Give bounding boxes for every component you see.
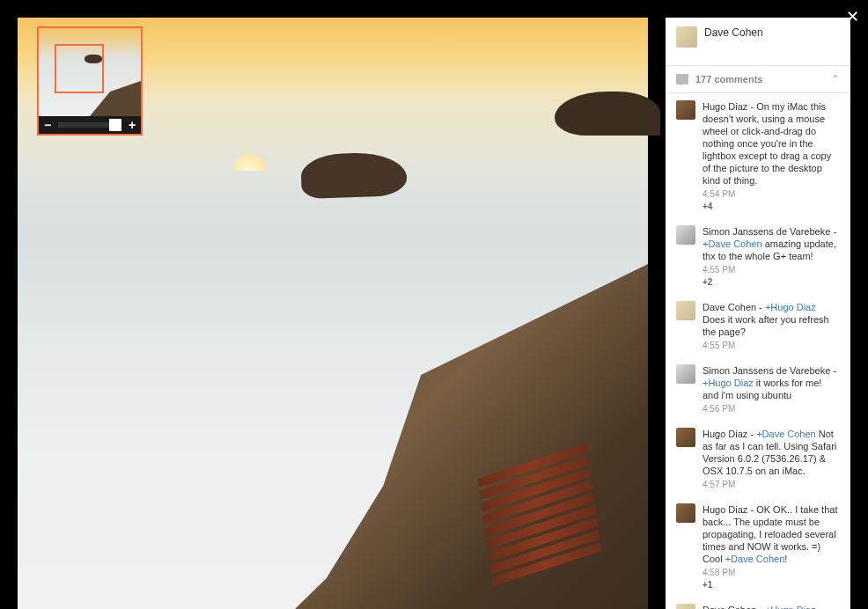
commenter-avatar[interactable] <box>676 503 695 523</box>
comment-text: Hugo Diaz - +Dave Cohen Not as far as I … <box>702 428 840 477</box>
comment-text: Hugo Diaz - OK OK.. I take that back... … <box>702 503 840 565</box>
commenter-name[interactable]: Hugo Diaz - <box>702 101 756 112</box>
collapse-comments-icon[interactable]: ⌃ <box>831 73 840 85</box>
comment-item: Hugo Diaz - OK OK.. I take that back... … <box>666 496 850 597</box>
navigator-viewport-frame[interactable] <box>55 44 104 93</box>
comment-item: Dave Cohen - +Hugo Diaz Does it work aft… <box>666 294 850 357</box>
photo-viewport[interactable]: − + <box>0 0 666 609</box>
commenter-avatar[interactable] <box>676 364 695 384</box>
mention-link[interactable]: +Hugo Diaz <box>765 605 816 609</box>
commenter-avatar[interactable] <box>676 301 695 320</box>
author-name[interactable]: Dave Cohen <box>704 26 763 39</box>
commenter-name[interactable]: Dave Cohen - <box>702 302 765 312</box>
close-button[interactable]: ✕ <box>846 7 859 26</box>
comment-timestamp: 4:58 PM <box>702 567 840 579</box>
mention-link[interactable]: +Dave Cohen <box>702 238 762 249</box>
comments-count-label: 177 comments <box>695 74 762 84</box>
commenter-avatar[interactable] <box>676 428 695 447</box>
comment-text: Simon Janssens de Varebeke - +Dave Cohen… <box>702 225 840 262</box>
commenter-name[interactable]: Hugo Diaz - <box>702 504 756 515</box>
zoom-in-button[interactable]: + <box>127 118 137 132</box>
commenter-avatar[interactable] <box>676 604 695 609</box>
comment-item: Simon Janssens de Varebeke - +Hugo Diaz … <box>666 357 850 421</box>
comment-text: Hugo Diaz - On my iMac this doesn't work… <box>702 100 840 187</box>
comment-timestamp: 4:57 PM <box>702 479 840 491</box>
navigator-thumbnail[interactable] <box>39 28 141 116</box>
comment-item: Simon Janssens de Varebeke - +Dave Cohen… <box>666 218 850 294</box>
comment-timestamp: 4:55 PM <box>702 340 840 352</box>
comment-timestamp: 4:56 PM <box>702 403 840 415</box>
mention-link[interactable]: +Dave Cohen <box>756 429 816 439</box>
comment-plus-count[interactable]: +1 <box>702 579 840 591</box>
zoom-slider[interactable] <box>58 122 121 128</box>
comment-item: Dave Cohen - +Hugo Diaz Great! <box>666 597 850 609</box>
zoom-navigator[interactable]: − + <box>37 26 143 136</box>
comments-sidebar: Dave Cohen 177 comments ⌃ Hugo Diaz - On… <box>666 18 850 609</box>
commenter-name[interactable]: Dave Cohen - <box>702 605 765 609</box>
commenter-name[interactable]: Simon Janssens de Varebeke - <box>702 365 836 376</box>
comment-plus-count[interactable]: +4 <box>702 201 840 213</box>
zoom-slider-handle[interactable] <box>109 119 121 131</box>
comment-item: Hugo Diaz - On my iMac this doesn't work… <box>666 93 850 218</box>
mention-link[interactable]: +Hugo Diaz <box>702 378 754 388</box>
commenter-avatar[interactable] <box>676 225 695 245</box>
comment-timestamp: 4:54 PM <box>702 188 840 201</box>
comment-text: Simon Janssens de Varebeke - +Hugo Diaz … <box>702 364 840 401</box>
comment-timestamp: 4:55 PM <box>702 264 840 276</box>
commenter-avatar[interactable] <box>676 100 695 120</box>
comment-item: Hugo Diaz - +Dave Cohen Not as far as I … <box>666 421 850 496</box>
comment-text: Dave Cohen - +Hugo Diaz Does it work aft… <box>702 301 840 338</box>
comment-text: Dave Cohen - +Hugo Diaz Great! <box>702 604 840 609</box>
comments-icon <box>676 74 688 84</box>
comment-plus-count[interactable]: +2 <box>702 276 840 289</box>
zoom-out-button[interactable]: − <box>42 118 53 132</box>
commenter-name[interactable]: Hugo Diaz - <box>702 429 756 439</box>
author-avatar[interactable] <box>676 26 697 48</box>
commenter-name[interactable]: Simon Janssens de Varebeke - <box>702 226 836 237</box>
mention-link[interactable]: +Dave Cohen <box>725 554 785 564</box>
mention-link[interactable]: +Hugo Diaz <box>765 302 816 312</box>
comments-list[interactable]: Hugo Diaz - On my iMac this doesn't work… <box>666 93 850 609</box>
